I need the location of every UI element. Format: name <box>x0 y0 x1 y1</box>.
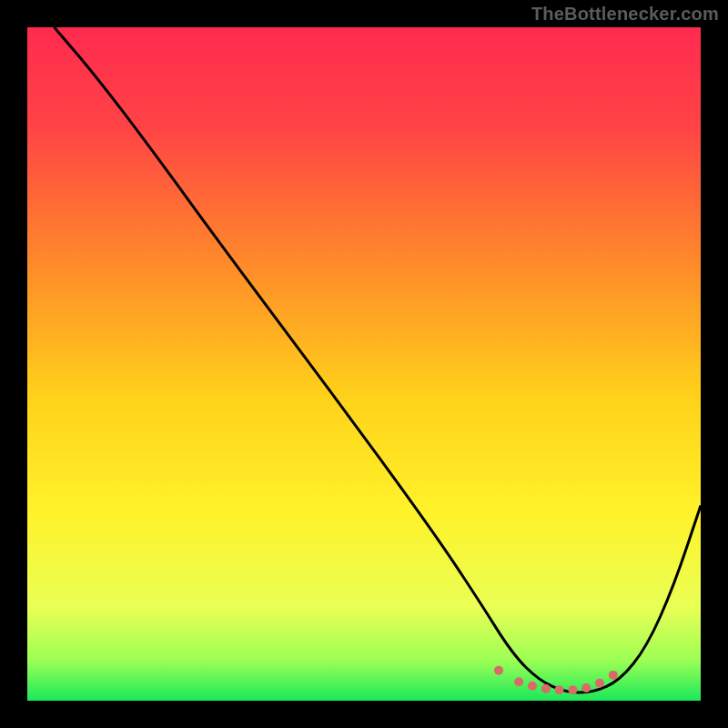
optimal-dot <box>555 685 564 694</box>
optimal-dot <box>494 666 503 675</box>
optimal-dot <box>609 671 618 680</box>
optimal-dot <box>568 685 577 694</box>
optimal-dot <box>514 677 523 686</box>
optimal-dot <box>528 682 537 691</box>
gradient-background <box>27 27 701 701</box>
chart-container: TheBottlenecker.com <box>0 0 728 728</box>
chart-svg <box>27 27 701 701</box>
watermark-text: TheBottlenecker.com <box>531 4 719 25</box>
plot-area <box>27 27 701 701</box>
optimal-dot <box>541 684 551 693</box>
optimal-dot <box>595 679 604 688</box>
optimal-dot <box>581 683 591 693</box>
